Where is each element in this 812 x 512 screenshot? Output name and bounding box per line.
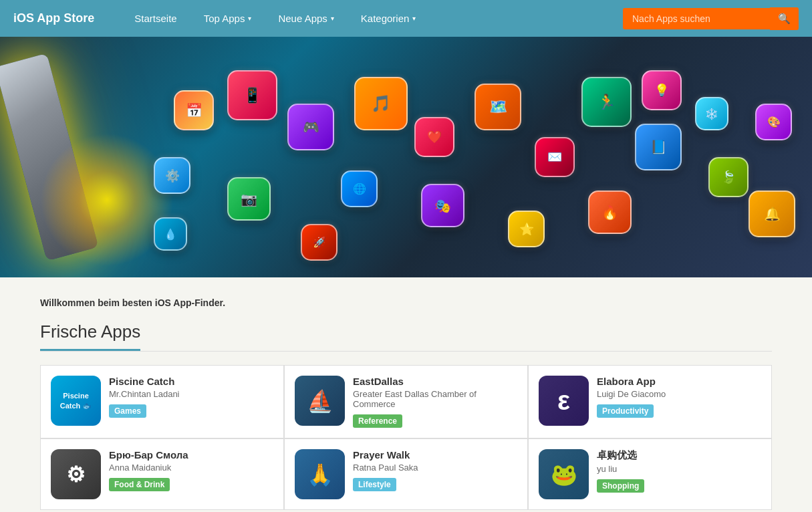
app-card-1[interactable]: ⛵EastDallasGreater East Dallas Chamber o… bbox=[285, 366, 527, 438]
app-author-3: Anna Maidaniuk bbox=[109, 463, 273, 473]
floating-icon-1: 📅 bbox=[174, 90, 214, 130]
search-button[interactable]: 🔍 bbox=[770, 7, 799, 30]
floating-icon-12: 🏃 bbox=[581, 77, 632, 127]
app-info-4: Prayer WalkRatna Paul SakaLifestyle bbox=[353, 449, 517, 491]
app-category-5[interactable]: Shopping bbox=[597, 479, 644, 493]
search-form: 🔍 bbox=[623, 7, 799, 30]
app-card-4[interactable]: 🙏Prayer WalkRatna Paul SakaLifestyle bbox=[285, 439, 527, 509]
app-card-2[interactable]: εElabora AppLuigi De GiacomoProductivity bbox=[529, 366, 771, 438]
nav-startseite[interactable]: Startseite bbox=[121, 0, 190, 37]
floating-icon-14: 📘 bbox=[635, 124, 682, 170]
app-category-2[interactable]: Productivity bbox=[597, 404, 654, 418]
main-content: Willkommen beim besten iOS App-Finder. F… bbox=[0, 277, 812, 512]
app-category-0[interactable]: Games bbox=[109, 404, 146, 418]
app-author-4: Ratna Paul Saka bbox=[353, 463, 517, 473]
hero-banner: 📅 📱 ⚙️ 🎮 🎵 📷 ❤️ 🌐 🗺️ 🎭 ✉️ 🏃 ⭐ 📘 💡 ❄️ 🔥 🍃… bbox=[0, 37, 812, 277]
neue-apps-caret-icon: ▾ bbox=[331, 15, 334, 22]
app-icon-4: 🙏 bbox=[295, 449, 345, 499]
floating-icon-13: ⭐ bbox=[508, 211, 545, 247]
app-category-1[interactable]: Reference bbox=[353, 414, 402, 428]
app-icon-3: ⚙ bbox=[51, 449, 101, 499]
nav-top-apps[interactable]: Top Apps ▾ bbox=[190, 0, 265, 37]
app-card-3[interactable]: ⚙Брю-Бар СмолаAnna MaidaniukFood & Drink bbox=[41, 439, 283, 509]
app-info-2: Elabora AppLuigi De GiacomoProductivity bbox=[597, 376, 761, 418]
floating-icon-7: ❤️ bbox=[414, 117, 454, 157]
floating-icon-20: 🔔 bbox=[749, 190, 795, 237]
floating-icon-16: ❄️ bbox=[695, 97, 728, 130]
app-name-4: Prayer Walk bbox=[353, 449, 517, 461]
app-author-0: Mr.Chintan Ladani bbox=[109, 389, 273, 399]
app-card-0[interactable]: Piscine Catch 🐟Piscine CatchMr.Chintan L… bbox=[41, 366, 283, 438]
floating-icon-15: 💡 bbox=[642, 70, 682, 110]
floating-icon-6: 📷 bbox=[227, 177, 271, 221]
app-name-2: Elabora App bbox=[597, 376, 761, 387]
app-category-4[interactable]: Lifestyle bbox=[353, 478, 396, 491]
navbar: iOS App Store Startseite Top Apps ▾ Neue… bbox=[0, 0, 812, 37]
app-icon-0: Piscine Catch 🐟 bbox=[51, 376, 101, 426]
top-apps-caret-icon: ▾ bbox=[248, 15, 251, 22]
app-name-3: Брю-Бар Смола bbox=[109, 449, 273, 461]
app-info-5: 卓购优选yu liuShopping bbox=[597, 449, 761, 493]
app-icon-2: ε bbox=[539, 376, 589, 426]
floating-icon-11: ✉️ bbox=[535, 137, 575, 177]
search-icon: 🔍 bbox=[778, 13, 791, 24]
floating-icon-19: 🎨 bbox=[755, 104, 792, 140]
section-divider bbox=[40, 351, 772, 352]
welcome-text: Willkommen beim besten iOS App-Finder. bbox=[40, 297, 772, 308]
hero-phone bbox=[0, 37, 134, 277]
floating-icon-17: 🔥 bbox=[588, 190, 632, 234]
app-name-5: 卓购优选 bbox=[597, 449, 761, 462]
app-name-1: EastDallas bbox=[353, 376, 517, 387]
floating-icon-18: 🍃 bbox=[708, 157, 749, 197]
floating-icon-21: 💧 bbox=[154, 217, 187, 251]
floating-icon-10: 🎭 bbox=[421, 184, 464, 227]
brand-logo: iOS App Store bbox=[13, 11, 94, 25]
nav-kategorien[interactable]: Kategorien ▾ bbox=[348, 0, 430, 37]
app-info-3: Брю-Бар СмолаAnna MaidaniukFood & Drink bbox=[109, 449, 273, 491]
app-author-5: yu liu bbox=[597, 464, 761, 474]
app-name-0: Piscine Catch bbox=[109, 376, 273, 387]
app-icon-5: 🐸 bbox=[539, 449, 589, 499]
nav-links: Startseite Top Apps ▾ Neue Apps ▾ Katego… bbox=[121, 0, 623, 37]
nav-neue-apps[interactable]: Neue Apps ▾ bbox=[265, 0, 347, 37]
floating-icon-22: 🚀 bbox=[301, 224, 337, 261]
app-category-3[interactable]: Food & Drink bbox=[109, 478, 170, 491]
floating-icons-container: 📅 📱 ⚙️ 🎮 🎵 📷 ❤️ 🌐 🗺️ 🎭 ✉️ 🏃 ⭐ 📘 💡 ❄️ 🔥 🍃… bbox=[120, 37, 812, 277]
floating-icon-8: 🌐 bbox=[341, 170, 378, 207]
section-title: Frische Apps bbox=[40, 322, 140, 351]
kategorien-caret-icon: ▾ bbox=[412, 15, 416, 22]
floating-icon-5: 🎵 bbox=[354, 77, 408, 130]
floating-icon-4: 🎮 bbox=[287, 104, 334, 150]
floating-icon-2: 📱 bbox=[227, 70, 277, 120]
app-card-5[interactable]: 🐸卓购优选yu liuShopping bbox=[529, 439, 771, 509]
app-author-2: Luigi De Giacomo bbox=[597, 389, 761, 399]
app-grid: Piscine Catch 🐟Piscine CatchMr.Chintan L… bbox=[40, 365, 772, 510]
app-author-1: Greater East Dallas Chamber of Commerce bbox=[353, 389, 517, 409]
floating-icon-9: 🗺️ bbox=[475, 84, 521, 130]
app-info-1: EastDallasGreater East Dallas Chamber of… bbox=[353, 376, 517, 428]
floating-icon-3: ⚙️ bbox=[154, 157, 190, 194]
app-icon-1: ⛵ bbox=[295, 376, 345, 426]
search-input[interactable] bbox=[623, 8, 770, 29]
app-info-0: Piscine CatchMr.Chintan LadaniGames bbox=[109, 376, 273, 418]
